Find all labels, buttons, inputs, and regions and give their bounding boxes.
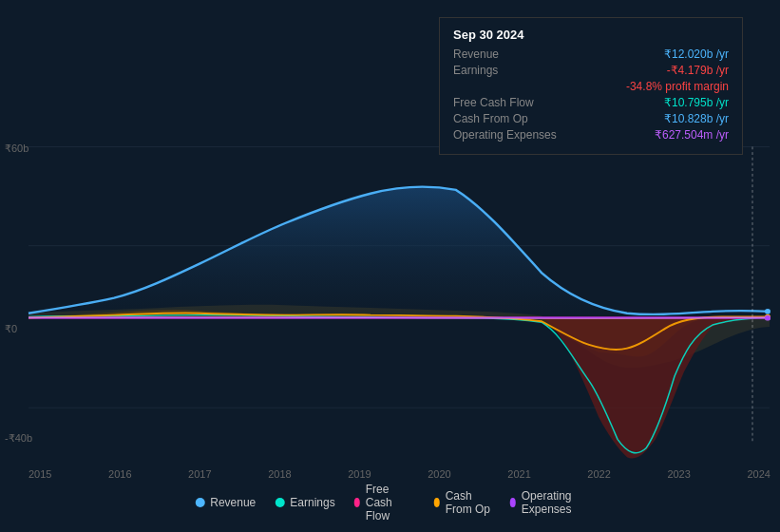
chart-legend: Revenue Earnings Free Cash Flow Cash Fro…: [195, 483, 585, 522]
legend-label-fcf: Free Cash Flow: [366, 483, 415, 522]
legend-item-cashop: Cash From Op: [434, 489, 491, 516]
tooltip-label-opex: Operating Expenses: [453, 128, 557, 142]
tooltip-label-earnings: Earnings: [453, 64, 498, 77]
legend-dot-fcf: [354, 498, 360, 507]
tooltip-date: Sep 30 2024: [453, 28, 729, 42]
legend-item-opex: Operating Expenses: [510, 489, 585, 516]
legend-dot-cashop: [434, 498, 440, 507]
legend-item-earnings: Earnings: [275, 496, 334, 509]
tooltip-row-cashop: Cash From Op ₹10.828b /yr: [453, 112, 729, 125]
legend-dot-opex: [510, 498, 516, 507]
tooltip-label-fcf: Free Cash Flow: [453, 96, 534, 109]
tooltip-row-opex: Operating Expenses ₹627.504m /yr: [453, 128, 729, 142]
x-axis-labels: 2015 2016 2017 2018 2019 2020 2021 2022 …: [29, 468, 770, 480]
svg-point-5: [765, 309, 770, 314]
tooltip-value-earnings: -₹4.179b /yr: [667, 64, 729, 77]
x-label-2018: 2018: [268, 468, 291, 480]
x-label-2020: 2020: [428, 468, 450, 480]
tooltip-value-fcf: ₹10.795b /yr: [664, 96, 729, 109]
tooltip-row-fcf: Free Cash Flow ₹10.795b /yr: [453, 96, 729, 109]
tooltip-value-cashop: ₹10.828b /yr: [664, 112, 729, 125]
tooltip-value-opex: ₹627.504m /yr: [655, 128, 729, 142]
x-label-2021: 2021: [507, 468, 530, 480]
tooltip-value-revenue: ₹12.020b /yr: [664, 48, 729, 61]
tooltip-label-revenue: Revenue: [453, 48, 499, 61]
tooltip-row-earnings: Earnings -₹4.179b /yr: [453, 64, 729, 77]
legend-item-revenue: Revenue: [195, 496, 256, 509]
tooltip-panel: Sep 30 2024 Revenue ₹12.020b /yr Earning…: [439, 17, 743, 155]
legend-label-revenue: Revenue: [210, 496, 256, 509]
tooltip-row-revenue: Revenue ₹12.020b /yr: [453, 48, 729, 61]
x-label-2016: 2016: [108, 468, 131, 480]
svg-point-9: [765, 315, 770, 321]
x-label-2019: 2019: [348, 468, 371, 480]
legend-label-opex: Operating Expenses: [522, 489, 585, 516]
x-label-2017: 2017: [188, 468, 211, 480]
x-label-2015: 2015: [29, 468, 51, 480]
legend-label-cashop: Cash From Op: [446, 489, 491, 516]
tooltip-row-margin: -34.8% profit margin: [453, 80, 729, 93]
x-label-2023: 2023: [667, 468, 690, 480]
x-label-2022: 2022: [587, 468, 610, 480]
legend-item-fcf: Free Cash Flow: [354, 483, 415, 522]
tooltip-value-margin: -34.8% profit margin: [626, 80, 729, 93]
tooltip-label-cashop: Cash From Op: [453, 112, 528, 125]
legend-dot-earnings: [275, 498, 284, 507]
x-label-2024: 2024: [747, 468, 770, 480]
legend-label-earnings: Earnings: [290, 496, 334, 509]
legend-dot-revenue: [195, 498, 204, 507]
chart-svg: [0, 138, 780, 480]
